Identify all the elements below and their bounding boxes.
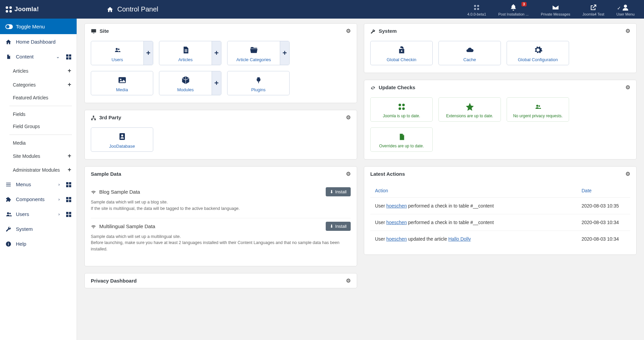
sidebar-item-system[interactable]: System (0, 221, 77, 236)
sample-title: Blog Sample Data (91, 189, 322, 195)
wrench-icon (370, 28, 376, 34)
sidebar-subitem-featured-articles[interactable]: Featured Articles (5, 92, 77, 104)
info-icon: i (5, 240, 11, 247)
panel-title: System (379, 28, 397, 34)
svg-point-34 (118, 49, 119, 50)
topbar-user-menu[interactable]: ✓ User Menu (610, 1, 641, 18)
actions-header: Action Date (370, 184, 630, 197)
user-link[interactable]: hoeschen (386, 203, 407, 209)
tile-articles: Articles+ (159, 41, 221, 65)
add-icon[interactable]: + (68, 67, 71, 74)
svg-rect-12 (69, 54, 71, 57)
svg-rect-36 (185, 50, 187, 51)
action-row: User hoeschen updated the article Hallo … (370, 230, 630, 247)
tile-link[interactable]: Global Configuration (507, 41, 569, 65)
sidebar-subitem-fields[interactable]: Fields (5, 108, 77, 120)
svg-point-2 (6, 10, 8, 12)
sidebar-subitem-categories[interactable]: Categories+ (5, 78, 77, 92)
svg-point-49 (402, 107, 405, 110)
tile-link[interactable]: Articles (159, 41, 212, 65)
sidebar-subitem-articles[interactable]: Articles+ (5, 64, 77, 78)
sidebar-subitem-site-modules[interactable]: Site Modules+ (5, 149, 77, 163)
gear-icon[interactable]: ⚙ (346, 171, 351, 177)
tile-link[interactable]: Global Checkin (371, 41, 432, 65)
panel-sample-data: Sample Data ⚙ Blog Sample Data⬇InstallSa… (84, 166, 357, 266)
wifi-icon (91, 223, 96, 229)
svg-rect-27 (66, 215, 69, 217)
wrench-icon (5, 225, 11, 232)
svg-point-10 (6, 25, 9, 28)
check-tile[interactable]: Extensions are up to date. (438, 97, 501, 122)
tile-link[interactable]: Plugins (227, 71, 289, 95)
add-icon[interactable]: + (68, 166, 71, 173)
add-icon[interactable]: + (68, 152, 71, 160)
svg-point-45 (401, 50, 402, 52)
tile-link[interactable]: JooDatabase (91, 128, 153, 151)
gear-icon[interactable]: ⚙ (346, 114, 351, 121)
add-button[interactable]: + (143, 41, 153, 65)
dashboard-grid-icon[interactable] (66, 211, 71, 217)
tile-global-checkin: Global Checkin (370, 41, 433, 65)
add-button[interactable]: + (280, 41, 289, 65)
check-tile[interactable]: Overrides are up to date. (370, 127, 433, 152)
sample-description: Sample data which will set up a multilin… (91, 234, 351, 252)
sidebar-item-menus[interactable]: Menus› (0, 177, 77, 192)
svg-rect-17 (66, 185, 69, 187)
sidebar-subitem-media[interactable]: Media (5, 137, 77, 149)
svg-rect-16 (69, 182, 71, 185)
install-button[interactable]: ⬇Install (326, 222, 351, 231)
sidebar-item-help[interactable]: iHelp (0, 236, 77, 251)
svg-rect-21 (66, 200, 69, 202)
tile-link[interactable]: Cache (439, 41, 501, 65)
sidebar-item-users[interactable]: Users› (0, 207, 77, 221)
check-tile[interactable]: Joomla is up to date. (370, 97, 433, 122)
topbar-messages[interactable]: Private Messages (535, 1, 576, 18)
svg-point-5 (477, 5, 479, 7)
home-icon (5, 38, 11, 45)
tile-link[interactable]: Modules (159, 71, 212, 95)
joomla-small-icon (473, 3, 480, 11)
gear-icon[interactable]: ⚙ (625, 84, 630, 91)
topbar-version[interactable]: 4.0.0-beta1 (461, 1, 492, 18)
tile-link[interactable]: Media (91, 71, 153, 95)
article-link[interactable]: Hallo Dolly (448, 236, 471, 242)
gear-icon[interactable]: ⚙ (625, 171, 630, 177)
envelope-icon (552, 3, 559, 11)
topbar-site-link[interactable]: Joomla4 Test (576, 1, 611, 18)
user-link[interactable]: hoeschen (386, 220, 407, 225)
tile-link[interactable]: Users (91, 41, 143, 65)
dashboard-grid-icon[interactable] (66, 196, 71, 202)
add-button[interactable]: + (212, 41, 221, 65)
brand-logo[interactable]: Joomla! (5, 6, 39, 13)
sidebar-subitem-administrator-modules[interactable]: Administrator Modules+ (5, 163, 77, 177)
action-date: 2020-08-03 10:34 (582, 220, 625, 225)
sidebar-subitem-field-groups[interactable]: Field Groups (5, 120, 77, 132)
sidebar: Toggle Menu Home DashboardContent⌄Articl… (0, 19, 77, 340)
action-row: User hoeschen performed a check in to ta… (370, 197, 630, 214)
check-tile[interactable]: No urgent privacy requests. (507, 97, 569, 122)
install-button[interactable]: ⬇Install (326, 187, 351, 196)
svg-point-39 (120, 79, 121, 80)
action-date: 2020-08-03 10:34 (582, 236, 625, 242)
gear-icon[interactable]: ⚙ (346, 277, 351, 284)
gear-icon[interactable]: ⚙ (346, 28, 351, 34)
dashboard-grid-icon[interactable] (66, 181, 71, 187)
folder-icon (249, 44, 259, 55)
contact-icon (118, 131, 126, 142)
tile-link[interactable]: Article Categories (227, 41, 280, 65)
add-button[interactable]: + (212, 71, 221, 95)
topbar-post-install[interactable]: 3 Post Installation ... (492, 1, 535, 18)
topbar: Joomla! Control Panel 4.0.0-beta1 3 Post… (0, 0, 644, 19)
dashboard-grid-icon[interactable] (66, 53, 71, 59)
joomla-icon (397, 101, 406, 112)
sidebar-item-components[interactable]: Components› (0, 192, 77, 207)
toggle-menu-button[interactable]: Toggle Menu (0, 19, 77, 34)
sidebar-item-content[interactable]: Content⌄ (0, 49, 77, 64)
home-icon (107, 6, 113, 13)
panel-site: Site ⚙ Users+Articles+Article Categories… (84, 23, 357, 103)
sidebar-item-home-dashboard[interactable]: Home Dashboard (0, 34, 77, 49)
add-icon[interactable]: + (68, 81, 71, 88)
user-link[interactable]: hoeschen (386, 236, 407, 242)
gear-icon[interactable]: ⚙ (625, 28, 630, 34)
topbar-right: 4.0.0-beta1 3 Post Installation ... Priv… (461, 1, 641, 18)
